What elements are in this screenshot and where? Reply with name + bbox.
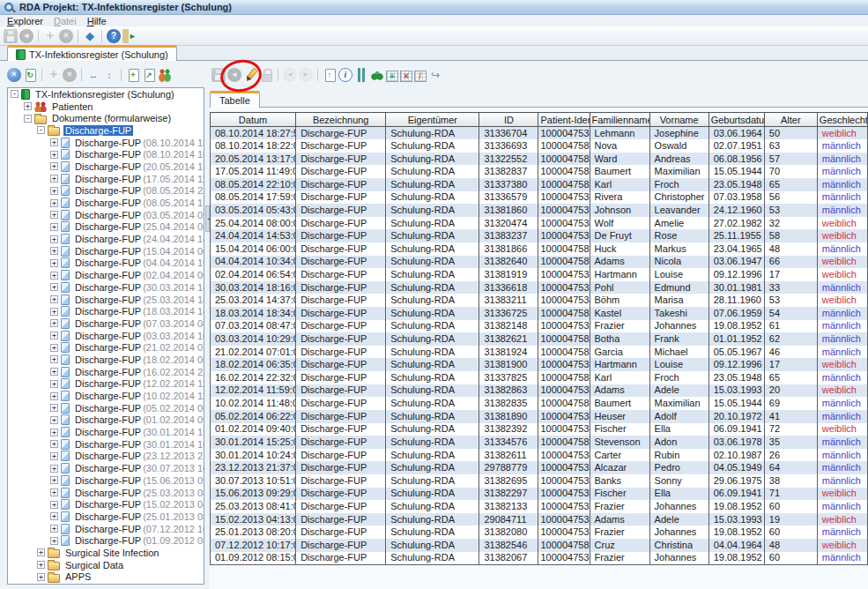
table-row[interactable]: 08.05.2014 22:10:00Discharge-FUPSchulung…: [211, 178, 868, 191]
expand-toggle[interactable]: +: [50, 429, 58, 436]
collapse-toggle[interactable]: -: [11, 90, 19, 98]
column-header-patient-id[interactable]: Patient-Identif: [538, 113, 590, 127]
tree-item-discharge-fup-document[interactable]: +Discharge-FUP(03.03.2014 10:29): [8, 330, 204, 342]
expand-toggle[interactable]: +: [50, 537, 58, 545]
expand-toggle[interactable]: +: [50, 308, 58, 316]
tree-item-discharge-fup-document[interactable]: +Discharge-FUP(08.10.2014 18:27): [8, 137, 204, 149]
collapse-all-button[interactable]: ↕: [102, 68, 116, 82]
table-row[interactable]: 30.03.2014 18:16:00Discharge-FUPSchulung…: [211, 281, 868, 294]
expand-toggle[interactable]: +: [50, 295, 58, 303]
table-row[interactable]: 30.01.2014 10:24:00Discharge-FUPSchulung…: [211, 449, 868, 462]
collapse-toggle[interactable]: -: [37, 126, 45, 134]
patients-button[interactable]: [158, 68, 172, 82]
expand-toggle[interactable]: +: [50, 199, 58, 207]
tree-item-discharge-fup-document[interactable]: +Discharge-FUP(21.02.2014 07:01): [8, 341, 204, 354]
tree-item-discharge-fup-document[interactable]: +Discharge-FUP(15.06.2013 09:29): [8, 474, 204, 487]
tree-item-discharge-fup-document[interactable]: +Discharge-FUP(02.04.2014 06:54): [8, 269, 204, 281]
expand-toggle[interactable]: +: [50, 452, 58, 460]
menu-explorer[interactable]: Explorer: [2, 16, 48, 26]
tree-item-discharge-fup-document[interactable]: +Discharge-FUP(25.03.2013 08:41): [8, 487, 204, 499]
tree-item-discharge-fup-document[interactable]: +Discharge-FUP(18.03.2014 18:34): [8, 305, 204, 317]
table-row[interactable]: 02.04.2014 06:54:00Discharge-FUPSchulung…: [211, 268, 868, 281]
table-row[interactable]: 15.04.2014 06:00:00Discharge-FUPSchulung…: [211, 242, 868, 256]
table-row[interactable]: 18.02.2014 06:35:00Discharge-FUPSchulung…: [211, 358, 868, 371]
tab-tx-infektionsregister[interactable]: TX-Infektionsregister (Schulung): [7, 45, 177, 61]
tree-item-discharge-fup-document[interactable]: +Discharge-FUP(30.07.2013 10:51): [8, 462, 204, 474]
tree-item-discharge-fup-document[interactable]: +Discharge-FUP(05.02.2014 06:22): [8, 402, 204, 414]
tree-item-discharge-fup-document[interactable]: +Discharge-FUP(01.02.2014 09:40): [8, 414, 204, 427]
reload-document-button[interactable]: ↻: [23, 68, 37, 82]
tree-item-surgical-data[interactable]: +Surgical Data: [8, 559, 204, 571]
table-row[interactable]: 23.12.2013 21:37:00Discharge-FUPSchulung…: [211, 461, 868, 474]
table-row[interactable]: 08.10.2014 18:27:56Discharge-FUPSchulung…: [211, 127, 868, 140]
tree-item-discharge-fup-document[interactable]: +Discharge-FUP(08.10.2014 18:22): [8, 148, 204, 160]
tree-item-discharge-fup-document[interactable]: +Discharge-FUP(25.03.2014 14:37): [8, 294, 204, 306]
expand-toggle[interactable]: +: [50, 283, 58, 291]
tree-item-discharge-fup-document[interactable]: +Discharge-FUP(08.05.2014 17:59): [8, 197, 204, 209]
edit-pencil-button[interactable]: [243, 68, 257, 82]
table-row[interactable]: 01.09.2012 08:15:00Discharge-FUPSchulung…: [211, 552, 868, 565]
table-delete-button[interactable]: ×: [400, 71, 412, 82]
open-document-button[interactable]: ↗: [142, 68, 156, 82]
table-row[interactable]: 07.03.2014 08:47:00Discharge-FUPSchulung…: [211, 320, 868, 333]
collapse-toggle[interactable]: -: [24, 115, 32, 123]
tree-item-discharge-fup-document[interactable]: +Discharge-FUP(18.02.2014 06:35): [8, 354, 204, 366]
table-row[interactable]: 16.02.2014 22:32:00Discharge-FUPSchulung…: [211, 371, 868, 384]
tree-item-root[interactable]: -TX-Infektionsregister (Schulung): [8, 88, 204, 101]
column-header-geburtsdatum[interactable]: Geburtsdatum: [708, 113, 764, 127]
column-header-bezeichnung[interactable]: Bezeichnung: [296, 113, 386, 127]
expand-toggle[interactable]: +: [50, 501, 58, 509]
table-row[interactable]: 17.05.2014 11:49:00Discharge-FUPSchulung…: [211, 165, 868, 178]
table-row[interactable]: 07.12.2012 10:17:00Discharge-FUPSchulung…: [211, 539, 868, 552]
table-row[interactable]: 30.01.2014 15:25:00Discharge-FUPSchulung…: [211, 436, 868, 449]
tree-item-discharge-fup-document[interactable]: +Discharge-FUP(25.01.2013 08:20): [8, 511, 204, 523]
expand-toggle[interactable]: +: [50, 512, 58, 520]
expand-toggle[interactable]: +: [50, 332, 58, 339]
expand-toggle[interactable]: +: [50, 344, 58, 352]
table-row[interactable]: 15.02.2013 04:13:00Discharge-FUPSchulung…: [211, 513, 868, 526]
exit-button[interactable]: ►: [122, 29, 137, 43]
tree-item-discharge-fup-document[interactable]: +Discharge-FUP(08.05.2014 22:10): [8, 185, 204, 198]
column-header-familienname[interactable]: Familienname: [590, 113, 649, 127]
tree-item-discharge-fup-document[interactable]: +Discharge-FUP(30.03.2014 18:16): [8, 281, 204, 294]
forward-button[interactable]: ↪: [428, 68, 442, 82]
table-edit-button[interactable]: /: [414, 71, 427, 82]
expand-toggle[interactable]: +: [50, 380, 58, 388]
expand-toggle[interactable]: +: [50, 235, 58, 243]
expand-toggle[interactable]: +: [50, 319, 58, 327]
table-row[interactable]: 25.01.2013 08:20:00Discharge-FUPSchulung…: [211, 526, 868, 539]
column-header-geschlecht[interactable]: Geschlecht: [817, 113, 867, 127]
tree-item-discharge-fup-document[interactable]: +Discharge-FUP(07.12.2012 10:17): [8, 523, 204, 535]
column-header-eigentuemer[interactable]: Eigentümer: [386, 113, 479, 127]
tree-item-discharge-fup-document[interactable]: +Discharge-FUP(03.05.2014 05:43): [8, 209, 204, 221]
tree-item-surgical-site-infection[interactable]: +Surgical Site Infection: [8, 547, 204, 559]
expand-toggle[interactable]: +: [50, 187, 58, 195]
expand-toggle[interactable]: +: [37, 561, 45, 569]
expand-toggle[interactable]: +: [50, 138, 58, 146]
tree-item-discharge-fup-document[interactable]: +Discharge-FUP(07.03.2014 08:47): [8, 317, 204, 330]
expand-all-button[interactable]: ↔: [86, 68, 100, 82]
expand-toggle[interactable]: +: [50, 247, 58, 255]
expand-toggle[interactable]: +: [50, 223, 58, 231]
column-header-id[interactable]: ID: [479, 113, 538, 127]
expand-toggle[interactable]: +: [37, 573, 45, 581]
table-row[interactable]: 25.03.2013 08:41:00Discharge-FUPSchulung…: [211, 500, 868, 513]
table-row[interactable]: 03.05.2014 05:43:00Discharge-FUPSchulung…: [211, 204, 868, 217]
table-row[interactable]: 18.03.2014 18:34:00Discharge-FUPSchulung…: [211, 307, 868, 320]
expand-toggle[interactable]: +: [50, 440, 58, 448]
column-header-alter[interactable]: Alter: [764, 113, 817, 127]
expand-toggle[interactable]: +: [24, 102, 32, 110]
table-row[interactable]: 20.05.2014 13:17:00Discharge-FUPSchulung…: [211, 153, 868, 166]
expand-toggle[interactable]: +: [50, 476, 58, 484]
expand-toggle[interactable]: +: [37, 548, 45, 556]
tree-item-discharge-fup-document[interactable]: +Discharge-FUP(24.04.2014 14:53): [8, 233, 204, 245]
expand-toggle[interactable]: +: [50, 404, 58, 412]
expand-toggle[interactable]: +: [50, 175, 58, 183]
tree-item-discharge-fup-folder[interactable]: -Discharge-FUP: [8, 124, 204, 137]
column-header-datum[interactable]: Datum: [211, 113, 296, 127]
tree-item-discharge-fup-document[interactable]: +Discharge-FUP(15.04.2014 06:00): [8, 245, 204, 257]
expand-toggle[interactable]: +: [50, 355, 58, 363]
expand-toggle[interactable]: +: [50, 368, 58, 376]
table-row[interactable]: 25.03.2014 14:37:00Discharge-FUPSchulung…: [211, 294, 868, 307]
expand-toggle[interactable]: +: [50, 211, 58, 219]
